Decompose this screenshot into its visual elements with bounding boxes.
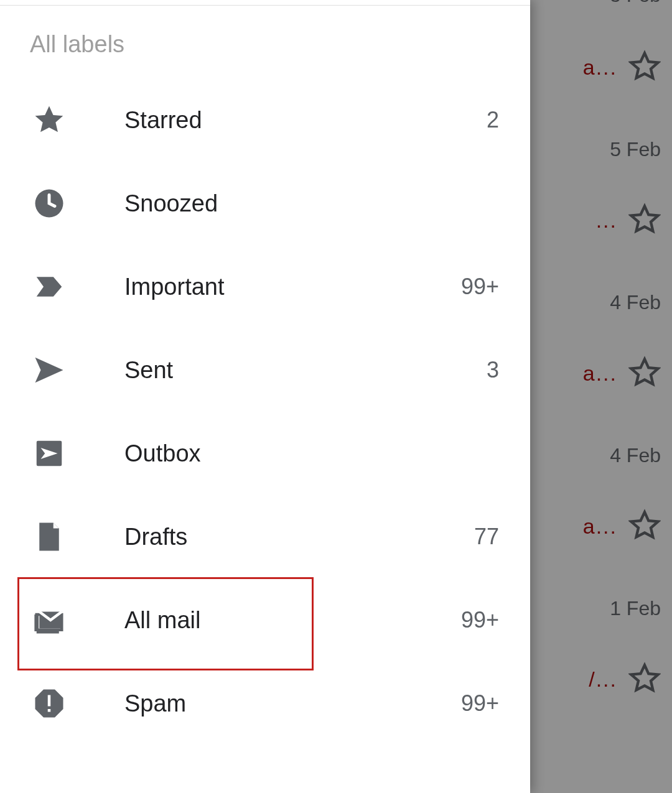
sidebar-item-outbox[interactable]: Outbox	[0, 412, 530, 495]
sidebar-item-label: Important	[124, 274, 225, 300]
svg-rect-2	[48, 695, 51, 707]
sidebar-item-important[interactable]: Important 99+	[0, 245, 530, 328]
sidebar-item-label: Snoozed	[124, 190, 218, 217]
sidebar-item-count: 99+	[461, 607, 499, 633]
star-icon	[31, 102, 67, 138]
important-icon	[31, 269, 67, 305]
star-outline-icon[interactable]	[628, 50, 661, 85]
mail-preview-trunc: a...	[583, 514, 617, 539]
sidebar-item-drafts[interactable]: Drafts 77	[0, 495, 530, 578]
sidebar-item-label: Starred	[124, 107, 202, 134]
sidebar-item-label: All mail	[124, 607, 200, 634]
section-header-all-labels: All labels	[30, 31, 124, 58]
sidebar-item-sent[interactable]: Sent 3	[0, 328, 530, 412]
sidebar-item-label: Spam	[124, 690, 186, 717]
sidebar-item-count: 99+	[461, 274, 499, 300]
sidebar-item-count: 77	[474, 524, 499, 550]
divider	[0, 5, 530, 6]
label-list: Starred 2 Snoozed Important 99+ Sent 3 O…	[0, 78, 530, 745]
mail-preview-trunc: a...	[583, 55, 617, 80]
draft-icon	[31, 519, 67, 555]
mail-date: 4 Feb	[610, 444, 661, 467]
inbox-row: 5 Feb	[610, 138, 661, 161]
inbox-row: 5 Feb	[610, 0, 661, 7]
all-mail-icon	[31, 602, 67, 638]
sidebar-item-label: Sent	[124, 357, 173, 384]
mail-date: 1 Feb	[610, 597, 661, 620]
star-outline-icon[interactable]	[628, 356, 661, 391]
inbox-row: 4 Feb	[610, 291, 661, 314]
mail-date: 5 Feb	[610, 138, 661, 161]
sidebar-item-count: 99+	[461, 690, 499, 716]
sidebar-item-all-mail[interactable]: All mail 99+	[0, 578, 530, 662]
star-outline-icon[interactable]	[628, 662, 661, 697]
sidebar-item-spam[interactable]: Spam 99+	[0, 662, 530, 745]
inbox-row: 1 Feb	[610, 597, 661, 620]
sidebar-item-snoozed[interactable]: Snoozed	[0, 162, 530, 245]
outbox-icon	[31, 435, 67, 471]
svg-rect-3	[48, 709, 51, 712]
nav-drawer: All labels Starred 2 Snoozed Important 9…	[0, 0, 530, 793]
star-outline-icon[interactable]	[628, 203, 661, 238]
inbox-row: a...	[583, 356, 661, 391]
mail-date: 5 Feb	[610, 0, 661, 7]
clock-icon	[31, 185, 67, 221]
sidebar-item-starred[interactable]: Starred 2	[0, 78, 530, 162]
sidebar-item-count: 3	[487, 357, 499, 383]
send-icon	[31, 352, 67, 388]
mail-preview-trunc: a...	[583, 361, 617, 386]
mail-date: 4 Feb	[610, 291, 661, 314]
mail-preview-trunc: /...	[589, 667, 617, 692]
sidebar-item-label: Outbox	[124, 440, 201, 467]
inbox-row: 4 Feb	[610, 444, 661, 467]
star-outline-icon[interactable]	[628, 509, 661, 544]
spam-icon	[31, 685, 67, 721]
inbox-row: ...	[596, 203, 661, 238]
inbox-row: a...	[583, 509, 661, 544]
mail-preview-trunc: ...	[596, 208, 617, 233]
inbox-row: a...	[583, 50, 661, 85]
sidebar-item-label: Drafts	[124, 524, 187, 550]
inbox-row: /...	[589, 662, 661, 697]
sidebar-item-count: 2	[487, 107, 499, 133]
